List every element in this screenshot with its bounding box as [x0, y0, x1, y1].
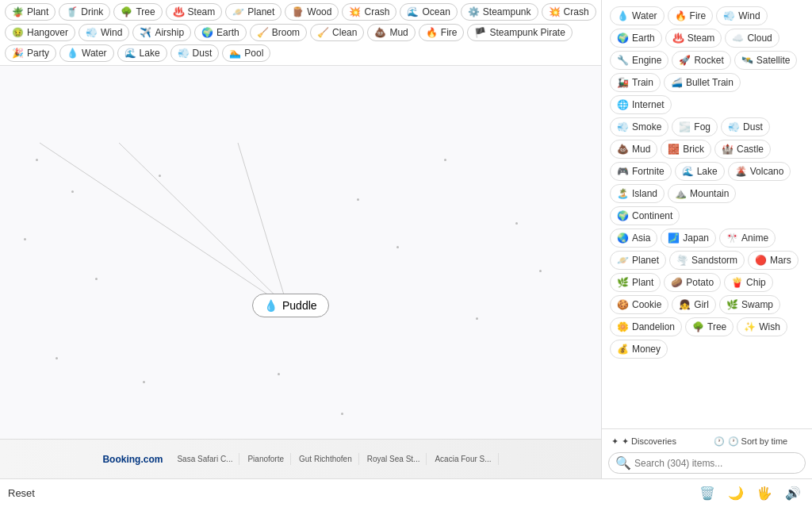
sidebar-item[interactable]: ☁️Cloud	[725, 29, 779, 48]
sidebar-item[interactable]: 🎌Anime	[719, 229, 776, 248]
sidebar-item[interactable]: 🧱Brick	[661, 140, 711, 159]
sidebar-item[interactable]: 🌋Volcano	[728, 162, 791, 181]
tag-item[interactable]: 🌊Ocean	[400, 3, 457, 21]
tag-item[interactable]: 🪵Wood	[285, 3, 339, 21]
tag-item[interactable]: 🌳Tree	[113, 3, 162, 21]
sidebar-item[interactable]: ✨Wish	[737, 317, 787, 336]
sidebar-item[interactable]: 🚀Rocket	[672, 51, 730, 70]
tag-item[interactable]: ♨️Steam	[166, 3, 223, 21]
sidebar-item-icon: 🌿	[726, 299, 738, 310]
sidebar-item[interactable]: 🍪Cookie	[610, 295, 668, 314]
sound-icon[interactable]: 🔊	[782, 484, 804, 502]
search-icon: 🔍	[615, 455, 631, 471]
sidebar-item[interactable]: 🌳Tree	[685, 317, 733, 336]
sidebar-item-label: Earth	[632, 33, 655, 44]
tag-item[interactable]: 🥤Drink	[59, 3, 110, 21]
tag-label: Lake	[140, 48, 160, 59]
sidebar-item[interactable]: ⛰️Mountain	[668, 184, 736, 203]
reset-button[interactable]: Reset	[8, 487, 35, 499]
tag-item[interactable]: 🪐Planet	[225, 3, 282, 21]
tag-item[interactable]: 🏊Pool	[222, 44, 270, 62]
sidebar-item[interactable]: 💨Wind	[716, 6, 767, 25]
sidebar-item[interactable]: 🚄Bullet Train	[664, 73, 741, 92]
dot	[143, 381, 145, 383]
tag-item[interactable]: ⚙️Steampunk	[461, 3, 538, 21]
sidebar-item[interactable]: 🌐Internet	[610, 95, 672, 114]
sidebar-item[interactable]: 💰Money	[610, 340, 668, 359]
tag-item[interactable]: 🧹Broom	[250, 24, 307, 41]
discoveries-btn[interactable]: ✦ ✦ Discoveries	[608, 434, 704, 449]
sidebar-item[interactable]: 🔧Engine	[610, 51, 668, 70]
sidebar-item[interactable]: 🥔Potato	[664, 273, 721, 292]
sidebar-item-icon: 🚄	[671, 77, 683, 88]
sidebar-item[interactable]: 🌪️Sandstorm	[669, 251, 745, 270]
sidebar-item-icon: 💰	[617, 344, 629, 355]
sidebar-item-icon: 🌫️	[679, 121, 691, 133]
sidebar-item-icon: 🥔	[671, 277, 683, 288]
tag-item[interactable]: 💧Water	[59, 44, 114, 62]
sidebar-item[interactable]: 🛰️Satellite	[734, 51, 798, 70]
tag-item[interactable]: ✈️Airship	[132, 24, 191, 41]
tag-label: Pool	[244, 48, 263, 59]
sidebar-item[interactable]: 🌫️Fog	[672, 117, 718, 136]
tag-item[interactable]: 🧹Clean	[310, 24, 364, 41]
tag-label: Mud	[389, 27, 408, 38]
sidebar-item[interactable]: 🌿Swamp	[719, 295, 780, 314]
sidebar-item[interactable]: 🌍Continent	[610, 206, 680, 225]
sidebar-item[interactable]: 🌍Earth	[610, 29, 662, 48]
sidebar-item[interactable]: 🍟Chip	[724, 273, 773, 292]
sidebar-item[interactable]: 🔴Mars	[748, 251, 799, 270]
tag-item[interactable]: 🔥Fire	[419, 24, 465, 41]
sidebar-item[interactable]: 🌼Dandelion	[610, 317, 682, 336]
hand-icon[interactable]: 🖐️	[753, 484, 776, 502]
sidebar-item-label: Dust	[743, 121, 763, 133]
svg-line-0	[40, 143, 288, 308]
sidebar-item[interactable]: 🎮Fortnite	[610, 162, 672, 181]
sidebar-item-icon: 🌼	[617, 321, 629, 332]
sidebar-item[interactable]: 🌿Plant	[610, 273, 661, 292]
tag-icon: 🪐	[232, 6, 244, 17]
sidebar-row: 🚂Train🚄Bullet Train🌐Internet	[608, 71, 806, 116]
search-box[interactable]: 🔍	[608, 452, 806, 474]
tag-icon: 💨	[178, 48, 190, 59]
sidebar-item-label: Dandelion	[632, 321, 675, 332]
sidebar-item[interactable]: 💧Water	[610, 6, 665, 25]
tag-label: Plant	[27, 6, 48, 17]
search-input[interactable]	[634, 458, 799, 469]
tag-item[interactable]: 🤢Hangover	[5, 24, 75, 41]
tag-item[interactable]: 🏴Steampunk Pirate	[467, 24, 572, 41]
tag-icon: 🧹	[257, 27, 269, 38]
tag-item[interactable]: 💩Mud	[367, 24, 415, 41]
sidebar-item[interactable]: 💨Dust	[721, 117, 770, 136]
trash-icon[interactable]: 🗑️	[696, 484, 718, 502]
tag-item[interactable]: 🌍Earth	[194, 24, 247, 41]
sidebar-item[interactable]: 🏰Castle	[714, 140, 771, 159]
sidebar-item[interactable]: 🚂Train	[610, 73, 661, 92]
tag-item[interactable]: 🎉Party	[5, 44, 56, 62]
sidebar-item[interactable]: 🏝️Island	[610, 184, 665, 203]
sidebar-item[interactable]: 🌏Asia	[610, 229, 657, 248]
sidebar-item-icon: ✨	[744, 321, 756, 332]
sidebar-item[interactable]: 🌊Lake	[675, 162, 725, 181]
sidebar-list: 💧Water🔥Fire💨Wind🌍Earth♨️Steam☁️Cloud🔧Eng…	[602, 0, 812, 428]
tag-item[interactable]: 🌊Lake	[117, 44, 167, 62]
sidebar-item-label: Cookie	[632, 299, 661, 310]
sidebar-item[interactable]: ♨️Steam	[665, 29, 722, 48]
puddle-node[interactable]: 💧 Puddle	[252, 294, 329, 317]
moon-icon[interactable]: 🌙	[725, 484, 747, 502]
tag-item[interactable]: 💥Crash	[342, 3, 396, 21]
sidebar-item-icon: 🍪	[617, 299, 629, 310]
sidebar-item[interactable]: 🗾Japan	[661, 229, 716, 248]
sidebar-item[interactable]: 💩Mud	[610, 140, 657, 159]
sidebar-item-label: Mountain	[690, 188, 729, 199]
tag-item[interactable]: 🪴Plant	[5, 3, 56, 21]
tag-item[interactable]: 💨Wind	[79, 24, 129, 41]
sidebar-item[interactable]: 💨Smoke	[610, 117, 668, 136]
sidebar-item[interactable]: 👧Girl	[672, 295, 716, 314]
tag-item[interactable]: 💥Crash	[542, 3, 596, 21]
tag-item[interactable]: 💨Dust	[170, 44, 220, 62]
sort-btn[interactable]: 🕐 🕐 Sort by time	[710, 434, 806, 449]
sidebar-item[interactable]: 🔥Fire	[668, 6, 714, 25]
tag-label: Broom	[272, 27, 300, 38]
sidebar-item[interactable]: 🪐Planet	[610, 251, 666, 270]
